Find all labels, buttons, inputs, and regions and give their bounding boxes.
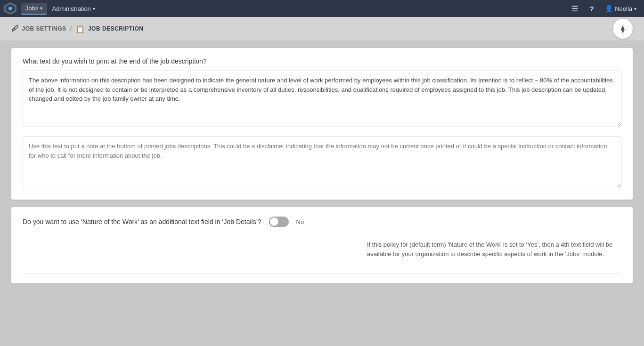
breadcrumb-job-description[interactable]: 📋 JOB DESCRIPTION	[75, 24, 143, 33]
nav-jobs-chevron: ▾	[40, 6, 42, 11]
help-icon: ?	[590, 5, 594, 13]
user-chevron: ▾	[634, 6, 636, 11]
breadcrumb-bar: 🖊 JOB SETTINGS / 📋 JOB DESCRIPTION ⧫	[0, 17, 644, 40]
nav-administration-label: Administration	[52, 5, 90, 12]
top-navigation: Jobs ▾ Administration ▾ ☰ ? 👤 Noella ▾	[0, 0, 644, 17]
hamburger-menu-button[interactable]: ☰	[567, 1, 582, 16]
help-button[interactable]: ?	[584, 1, 599, 16]
toggle-description-text: If this policy for (default term) ‘Natur…	[367, 234, 621, 264]
breadcrumb-separator: /	[70, 25, 72, 32]
filter-button-wrap: ⧫	[613, 19, 633, 39]
nature-of-work-toggle[interactable]	[269, 217, 289, 227]
breadcrumb-step1-label: JOB SETTINGS	[22, 25, 66, 32]
job-description-text-card: What text do you wish to print at the en…	[11, 48, 633, 200]
user-icon: 👤	[605, 5, 613, 12]
app-logo[interactable]	[4, 2, 17, 15]
user-menu[interactable]: 👤 Noella ▾	[601, 3, 640, 14]
toggle-status-label: No	[296, 218, 304, 225]
filter-icon: ⧫	[621, 24, 625, 33]
toggle-question-label: Do you want to use ‘Nature of the Work’ …	[23, 218, 261, 225]
nav-jobs[interactable]: Jobs ▾	[21, 3, 47, 15]
job-description-icon: 📋	[75, 24, 85, 33]
card-divider	[23, 274, 621, 274]
nav-jobs-label: Jobs	[25, 5, 38, 12]
nature-of-work-card: Do you want to use ‘Nature of the Work’ …	[11, 207, 633, 283]
toggle-slider	[269, 217, 289, 227]
breadcrumb-job-settings[interactable]: 🖊 JOB SETTINGS	[11, 24, 66, 33]
filter-button[interactable]: ⧫	[613, 19, 633, 39]
user-label: Noella	[615, 5, 632, 12]
nav-administration[interactable]: Administration ▾	[47, 3, 99, 14]
toggle-row: Do you want to use ‘Nature of the Work’ …	[23, 217, 621, 227]
main-content: What text do you wish to print at the en…	[0, 40, 644, 346]
job-settings-icon: 🖊	[11, 24, 19, 33]
topnav-right-actions: ☰ ? 👤 Noella ▾	[567, 1, 640, 16]
job-description-main-textarea[interactable]	[23, 71, 621, 127]
nav-administration-chevron: ▾	[93, 6, 95, 11]
breadcrumb-step2-label: JOB DESCRIPTION	[88, 25, 144, 32]
hamburger-icon: ☰	[571, 4, 578, 13]
card1-question: What text do you wish to print at the en…	[23, 57, 621, 65]
job-description-note-textarea[interactable]	[23, 137, 621, 188]
